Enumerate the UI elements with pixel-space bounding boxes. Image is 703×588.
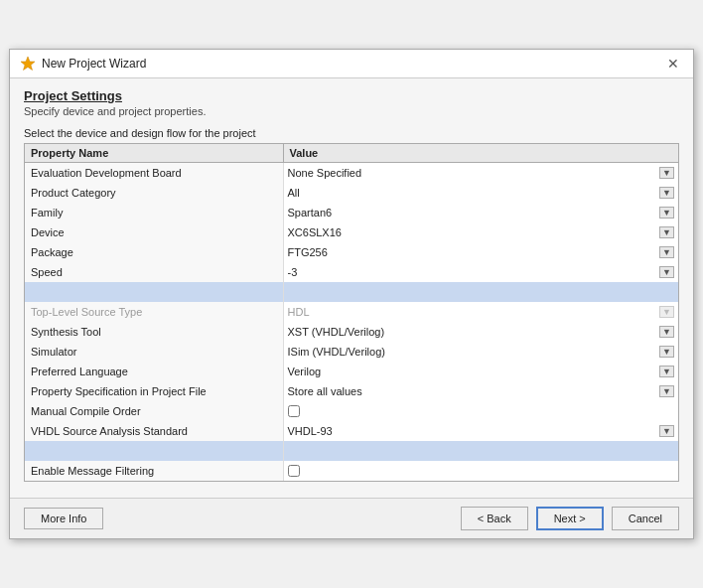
table-row: VHDL Source Analysis StandardVHDL-93▼ <box>25 421 678 441</box>
table-row: DeviceXC6SLX16▼ <box>25 222 678 242</box>
next-button[interactable]: Next > <box>536 507 604 530</box>
wizard-icon <box>20 56 36 72</box>
section-subtitle: Specify device and project properties. <box>24 105 679 117</box>
dropdown-arrow-icon: ▼ <box>659 425 674 437</box>
dropdown-cell[interactable]: XC6SLX16▼ <box>284 222 679 242</box>
dropdown-arrow-icon: ▼ <box>659 207 674 219</box>
dropdown-value: None Specified <box>288 167 362 179</box>
dropdown-cell[interactable]: -3▼ <box>284 262 679 282</box>
value-cell[interactable]: VHDL-93▼ <box>283 421 678 441</box>
svg-marker-0 <box>21 57 35 71</box>
value-cell[interactable]: FTG256▼ <box>283 242 678 262</box>
dropdown-value: Spartan6 <box>288 207 333 219</box>
close-button[interactable]: ✕ <box>663 56 683 72</box>
dropdown-arrow-icon: ▼ <box>659 306 674 318</box>
dropdown-arrow-icon: ▼ <box>659 246 674 258</box>
property-name-cell: Property Specification in Project File <box>25 381 283 401</box>
value-cell[interactable]: All▼ <box>283 183 678 203</box>
table-row: Preferred LanguageVerilog▼ <box>25 362 678 381</box>
value-cell[interactable]: Store all values▼ <box>283 381 678 401</box>
table-row <box>25 282 678 302</box>
property-name-cell: Enable Message Filtering <box>25 461 283 481</box>
more-info-button[interactable]: More Info <box>24 508 103 529</box>
select-label: Select the device and design flow for th… <box>24 127 679 139</box>
dropdown-cell[interactable]: HDL▼ <box>284 302 679 322</box>
dropdown-cell[interactable]: Verilog▼ <box>284 362 679 381</box>
checkbox-cell <box>284 401 679 421</box>
title-bar: New Project Wizard ✕ <box>10 50 693 78</box>
dropdown-cell[interactable]: Store all values▼ <box>284 381 679 401</box>
value-cell[interactable]: XST (VHDL/Verilog)▼ <box>283 322 678 342</box>
value-cell[interactable]: Verilog▼ <box>283 362 678 381</box>
dropdown-cell[interactable]: All▼ <box>284 183 679 203</box>
property-name-cell: Preferred Language <box>25 362 283 381</box>
checkbox-input[interactable] <box>288 465 300 477</box>
property-name-cell: Speed <box>25 262 283 282</box>
properties-table: Property Name Value Evaluation Developme… <box>25 144 678 481</box>
value-cell <box>283 401 678 421</box>
spacer-cell <box>25 282 283 302</box>
value-cell <box>283 461 678 481</box>
property-name-cell: Top-Level Source Type <box>25 302 283 322</box>
col-header-property: Property Name <box>25 144 283 163</box>
table-row: Manual Compile Order <box>25 401 678 421</box>
dropdown-cell[interactable]: Spartan6▼ <box>284 203 679 222</box>
dropdown-cell[interactable]: ISim (VHDL/Verilog)▼ <box>284 342 679 362</box>
footer-right: < Back Next > Cancel <box>461 507 679 530</box>
checkbox-cell <box>284 461 679 481</box>
property-name-cell: Simulator <box>25 342 283 362</box>
dropdown-value: FTG256 <box>288 246 328 258</box>
new-project-wizard-dialog: New Project Wizard ✕ Project Settings Sp… <box>9 49 694 539</box>
cancel-button[interactable]: Cancel <box>612 507 679 530</box>
table-row: Product CategoryAll▼ <box>25 183 678 203</box>
properties-table-container: Property Name Value Evaluation Developme… <box>24 143 679 482</box>
dropdown-cell[interactable]: FTG256▼ <box>284 242 679 262</box>
property-name-cell: Family <box>25 203 283 222</box>
dropdown-arrow-icon: ▼ <box>659 346 674 358</box>
table-row: Evaluation Development BoardNone Specifi… <box>25 163 678 184</box>
dropdown-arrow-icon: ▼ <box>659 326 674 338</box>
table-header-row: Property Name Value <box>25 144 678 163</box>
dialog-footer: More Info < Back Next > Cancel <box>10 498 693 538</box>
dropdown-arrow-icon: ▼ <box>659 226 674 238</box>
dropdown-value: -3 <box>288 266 298 278</box>
table-row: Speed-3▼ <box>25 262 678 282</box>
value-cell[interactable]: Spartan6▼ <box>283 203 678 222</box>
value-cell[interactable]: -3▼ <box>283 262 678 282</box>
value-cell[interactable]: XC6SLX16▼ <box>283 222 678 242</box>
table-row: FamilySpartan6▼ <box>25 203 678 222</box>
value-cell[interactable]: None Specified▼ <box>283 163 678 184</box>
spacer-cell <box>283 282 678 302</box>
table-row: Enable Message Filtering <box>25 461 678 481</box>
dropdown-arrow-icon: ▼ <box>659 187 674 199</box>
dropdown-cell[interactable]: VHDL-93▼ <box>284 421 679 441</box>
property-name-cell: Manual Compile Order <box>25 401 283 421</box>
footer-left: More Info <box>24 508 103 529</box>
value-cell[interactable]: ISim (VHDL/Verilog)▼ <box>283 342 678 362</box>
dropdown-arrow-icon: ▼ <box>659 266 674 278</box>
table-row: Synthesis ToolXST (VHDL/Verilog)▼ <box>25 322 678 342</box>
table-row: Property Specification in Project FileSt… <box>25 381 678 401</box>
spacer-cell <box>283 441 678 461</box>
property-name-cell: VHDL Source Analysis Standard <box>25 421 283 441</box>
dropdown-value: Store all values <box>288 385 362 397</box>
spacer-cell <box>25 441 283 461</box>
back-button[interactable]: < Back <box>461 507 528 530</box>
dialog-title: New Project Wizard <box>42 57 146 71</box>
dropdown-arrow-icon: ▼ <box>659 366 674 377</box>
dropdown-cell[interactable]: XST (VHDL/Verilog)▼ <box>284 322 679 342</box>
table-row <box>25 441 678 461</box>
dropdown-arrow-icon: ▼ <box>659 167 674 179</box>
dropdown-value: XST (VHDL/Verilog) <box>288 326 385 338</box>
property-name-cell: Synthesis Tool <box>25 322 283 342</box>
dropdown-cell[interactable]: None Specified▼ <box>284 163 679 183</box>
checkbox-input[interactable] <box>288 405 300 417</box>
dialog-content: Project Settings Specify device and proj… <box>10 78 693 492</box>
dropdown-value: Verilog <box>288 366 322 377</box>
dropdown-value: HDL <box>288 306 310 318</box>
value-cell[interactable]: HDL▼ <box>283 302 678 322</box>
dropdown-value: XC6SLX16 <box>288 226 342 238</box>
table-row: SimulatorISim (VHDL/Verilog)▼ <box>25 342 678 362</box>
property-name-cell: Product Category <box>25 183 283 203</box>
property-name-cell: Package <box>25 242 283 262</box>
